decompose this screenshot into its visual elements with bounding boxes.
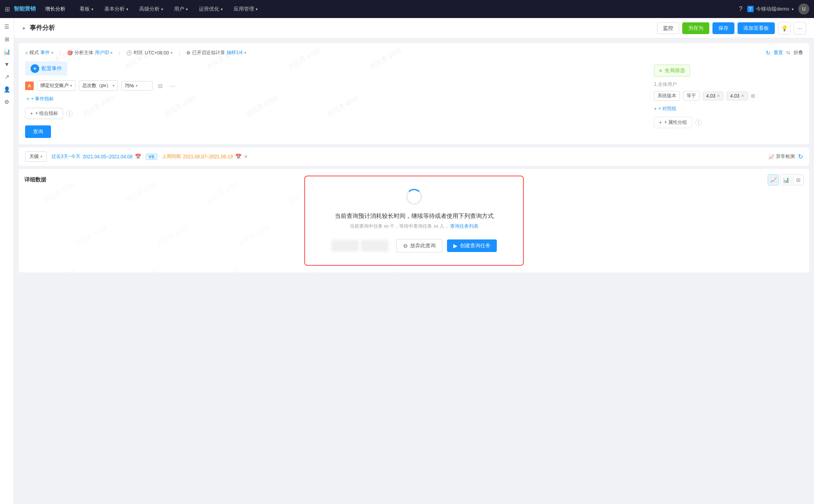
loading-title: 当前查询预计消耗较长时间，继续等待或者使用下列查询方式	[321, 212, 507, 220]
more-options-icon[interactable]: ···	[794, 22, 806, 34]
growth-analysis-label[interactable]: 增长分析	[45, 5, 65, 13]
metric-filter-btn[interactable]: ⊟	[156, 81, 165, 91]
add-event-link[interactable]: + + 事件指标	[27, 96, 54, 102]
nav-app-management[interactable]: 应用管理 ▾	[229, 5, 262, 13]
top-nav: ⊞ 智能营销 增长分析 看板 ▾ 基本分析 ▾ 高级分析 ▾ 用户 ▾ 运营优化…	[0, 0, 814, 18]
page-collapse-btn[interactable]: ►	[22, 25, 27, 31]
time-granularity-select[interactable]: 天级 ▾	[25, 151, 47, 162]
metric-more-btn[interactable]: ···	[168, 81, 178, 91]
select-arrow: ▾	[113, 83, 114, 88]
combine-btn[interactable]: + + 组合指标	[25, 108, 63, 119]
filter-op-tag: 等于	[683, 91, 700, 101]
toolbar-row: ≡ 模式 事件 ▾ | 🎯 分析主体 用户ID ▾ | 🕐 时区 UTC+08:…	[25, 49, 803, 56]
lightbulb-icon[interactable]: 💡	[778, 22, 790, 34]
compare-calendar-icon[interactable]: 📅	[235, 154, 242, 160]
sampling-label: 已开启近似计算	[192, 49, 225, 56]
recent-time-range[interactable]: 过去3天~今天 2021.04.05~2021.04.08 📅	[51, 153, 141, 160]
compare-time-range[interactable]: 上周同期 2021.06.07~2021.06.19 📅 ✕	[162, 153, 248, 160]
add-to-board-button[interactable]: 添加至看板	[738, 22, 775, 34]
filter-section-title: 1.全体用户	[654, 81, 803, 88]
nav-arrow: ▾	[161, 7, 163, 11]
sidebar-icon-chart[interactable]: 📊	[2, 46, 13, 57]
event-name-select[interactable]: 绑定社交账户 ▾	[37, 80, 76, 91]
combine-info-icon[interactable]: i	[66, 111, 73, 117]
filter-header: ≡ 全局筛选	[654, 65, 803, 76]
sidebar-icon-path[interactable]: ↗	[2, 71, 13, 82]
loading-overlay: 当前查询预计消耗较长时间，继续等待或者使用下列查询方式 当前查询中任务 xx 个…	[24, 174, 804, 267]
nav-arrow: ▾	[221, 7, 223, 11]
add-event-icon: +	[27, 96, 29, 102]
metric-row: A 绑定社交账户 ▾ 总次数（pv） ▾ 75% ▾	[25, 80, 648, 91]
save-as-button[interactable]: 另存为	[682, 22, 709, 34]
create-task-button[interactable]: ▶ 创建查询任务	[447, 239, 497, 252]
toolbar-subject[interactable]: 🎯 分析主体 用户ID ▾	[67, 49, 113, 56]
sidebar-icon-user[interactable]: 👤	[2, 84, 13, 95]
subject-value: 用户ID	[95, 49, 109, 56]
toolbar-mode[interactable]: ≡ 模式 事件 ▾	[25, 49, 53, 56]
event-config-icon	[31, 64, 39, 73]
create-task-icon: ▶	[453, 243, 458, 249]
toolbar-sampling[interactable]: ⚙ 已开启近似计算 抽样1/4 ▾	[186, 49, 246, 56]
save-button[interactable]: 保存	[712, 22, 734, 34]
detail-content: 当前查询预计消耗较长时间，继续等待或者使用下列查询方式 当前查询中任务 xx 个…	[24, 189, 804, 267]
nav-dashboard[interactable]: 看板 ▾	[75, 5, 98, 13]
metric-type-select[interactable]: 总次数（pv） ▾	[79, 80, 118, 91]
filter-panel: ≡ 全局筛选 1.全体用户 系统版本 等于 4.03 ✕	[654, 62, 803, 131]
sidebar-icon-funnel[interactable]: ▼	[2, 59, 13, 70]
query-button[interactable]: 查询	[25, 125, 51, 138]
anomaly-detection-btn[interactable]: 📈 异常检测	[769, 153, 795, 160]
sidebar-icon-settings[interactable]: ⚙	[2, 96, 13, 107]
toolbar-timezone[interactable]: 🕐 时区 UTC+08:00 ▾	[126, 49, 173, 56]
metric-label-a: A	[25, 82, 34, 90]
time-bar: 天级 ▾ 过去3天~今天 2021.04.05~2021.04.08 📅 VS …	[19, 147, 809, 166]
compare-range: 2021.06.07~2021.06.19	[183, 154, 233, 160]
grid-icon[interactable]: ⊞	[5, 5, 10, 13]
compare-close-icon[interactable]: ✕	[244, 154, 248, 160]
nav-users[interactable]: 用户 ▾	[169, 5, 193, 13]
filter-more-icon[interactable]: ⊞	[751, 93, 755, 99]
cancel-query-button[interactable]: ⊖ 放弃此查询	[396, 239, 442, 252]
user-avatar[interactable]: U	[798, 4, 809, 15]
recent-label: 过去3天~今天	[51, 153, 80, 160]
select-arrow: ▾	[70, 83, 72, 88]
filter-name-tag: 系统版本	[654, 91, 680, 101]
recent-calendar-icon[interactable]: 📅	[135, 154, 141, 160]
left-sidebar: ☰ ⊞ 📊 ▼ ↗ 👤 ⚙	[0, 18, 14, 504]
nav-arrow: ▾	[91, 7, 93, 11]
monitor-button[interactable]: 监控	[657, 22, 679, 34]
add-contrast-link[interactable]: + + 对照组	[654, 105, 676, 112]
attr-plus-icon: +	[659, 120, 662, 125]
percentage-select[interactable]: 75% ▾	[121, 81, 153, 91]
help-icon[interactable]: ?	[739, 5, 743, 13]
nav-advanced-analysis[interactable]: 高级分析 ▾	[134, 5, 168, 13]
blurred-buttons	[331, 240, 389, 252]
blurred-btn-1	[331, 240, 359, 252]
main-content: ► 事件分析 监控 另存为 保存 添加至看板 💡 ··· 刘元齐 4703 刘元…	[14, 18, 814, 504]
filter-value-close-1[interactable]: ✕	[717, 94, 720, 98]
sidebar-icon-home[interactable]: ⊞	[2, 34, 13, 45]
reload-icon[interactable]: ↻	[766, 50, 770, 56]
vs-badge: VS	[146, 154, 157, 160]
nav-arrow: ▾	[186, 7, 188, 11]
global-filter-button[interactable]: ≡ 全局筛选	[654, 65, 690, 76]
nav-operations[interactable]: 运营优化 ▾	[194, 5, 227, 13]
nav-basic-analysis[interactable]: 基本分析 ▾	[100, 5, 133, 13]
anomaly-icon: 📈	[769, 154, 774, 160]
loading-task-list-link[interactable]: 查询任务列表	[450, 223, 478, 229]
time-reload-icon[interactable]: ↻	[798, 153, 803, 160]
attr-group-row: + + 属性分组 i	[654, 117, 803, 128]
filter-value-close-2[interactable]: ✕	[741, 94, 744, 98]
user-label: 今移动端demo	[756, 5, 789, 13]
user-demo[interactable]: T 今移动端demo ▾	[747, 5, 794, 13]
fold-icon[interactable]: ⇆	[786, 50, 790, 56]
fold-label[interactable]: 折叠	[794, 49, 803, 56]
nav-arrow: ▾	[256, 7, 258, 11]
attr-group-button[interactable]: + + 属性分组	[654, 117, 692, 128]
combine-row: + + 组合指标 i	[25, 108, 648, 119]
reset-label[interactable]: 重置	[774, 49, 783, 56]
select-arrow: ▾	[136, 83, 138, 88]
sidebar-icon-menu[interactable]: ☰	[2, 21, 13, 32]
analysis-panel: 刘元齐 4703 刘元齐 4703 刘元齐 4703 刘元齐 4703 刘元齐 …	[19, 43, 809, 144]
config-event-button[interactable]: 配置事件	[25, 62, 67, 76]
attr-info-icon[interactable]: i	[695, 120, 701, 126]
